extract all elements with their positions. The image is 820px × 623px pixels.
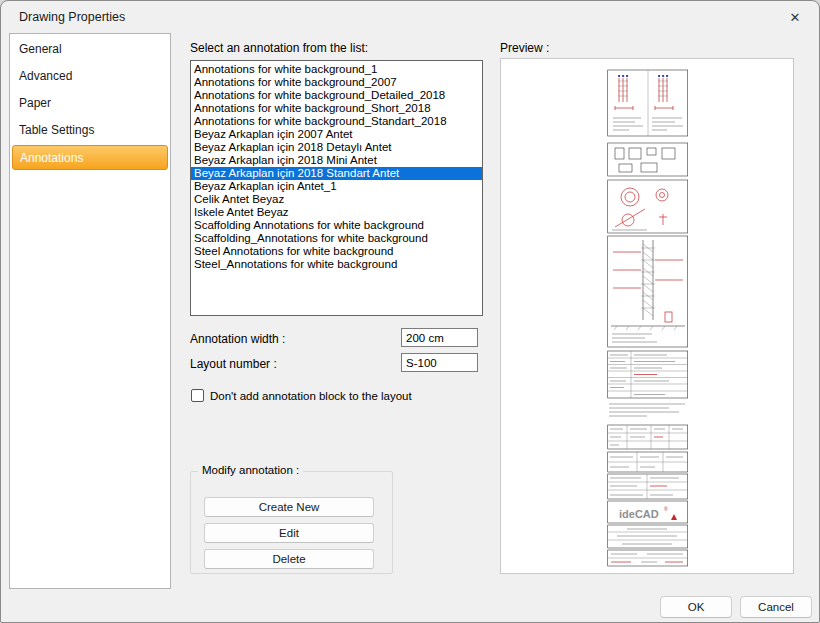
annotation-list-item[interactable]: Beyaz Arkaplan için 2018 Mini Antet bbox=[191, 154, 482, 167]
annotation-list-item[interactable]: Celik Antet Beyaz bbox=[191, 193, 482, 206]
annotation-width-input[interactable] bbox=[401, 328, 478, 347]
annotation-list-item[interactable]: Beyaz Arkaplan için Antet_1 bbox=[191, 180, 482, 193]
annotation-list-item[interactable]: Steel_Annotations for white background bbox=[191, 258, 482, 271]
annotation-list-label: Select an annotation from the list: bbox=[190, 41, 368, 55]
annotation-list-item[interactable]: Steel Annotations for white background bbox=[191, 245, 482, 258]
modify-annotation-group: Modify annotation : Create New Edit Dele… bbox=[190, 471, 393, 574]
edit-button[interactable]: Edit bbox=[204, 523, 374, 543]
modify-annotation-group-label: Modify annotation : bbox=[198, 464, 303, 476]
drawing-properties-dialog: Drawing Properties ✕ General Advanced Pa… bbox=[0, 0, 820, 623]
ok-button[interactable]: OK bbox=[660, 596, 732, 618]
annotation-list-item[interactable]: Annotations for white background_2007 bbox=[191, 76, 482, 89]
layout-number-label: Layout number : bbox=[190, 357, 277, 371]
annotation-preview-drawing: ideCAD ® bbox=[607, 68, 689, 568]
cancel-button[interactable]: Cancel bbox=[740, 596, 812, 618]
close-icon[interactable]: ✕ bbox=[783, 8, 807, 27]
sidebar: General Advanced Paper Table Settings An… bbox=[9, 33, 171, 589]
annotation-list-item[interactable]: Annotations for white background_1 bbox=[191, 63, 482, 76]
idecad-logo-text: ideCAD bbox=[619, 508, 659, 520]
delete-button[interactable]: Delete bbox=[204, 549, 374, 569]
dont-add-annotation-checkbox[interactable] bbox=[191, 389, 204, 402]
create-new-button[interactable]: Create New bbox=[204, 497, 374, 517]
sidebar-item-paper[interactable]: Paper bbox=[10, 90, 170, 117]
annotation-width-label: Annotation width : bbox=[190, 332, 285, 346]
annotation-list-item[interactable]: Annotations for white background_Short_2… bbox=[191, 102, 482, 115]
idecad-logo-mark-shape bbox=[671, 514, 677, 520]
annotation-list-item[interactable]: Beyaz Arkaplan için 2007 Antet bbox=[191, 128, 482, 141]
annotation-listbox[interactable]: Annotations for white background_1 Annot… bbox=[190, 60, 483, 316]
idecad-logo-registered-mark: ® bbox=[664, 506, 668, 512]
annotation-list-item-selected[interactable]: Beyaz Arkaplan için 2018 Standart Antet bbox=[191, 167, 482, 180]
annotation-list-item[interactable]: Beyaz Arkaplan için 2018 Detaylı Antet bbox=[191, 141, 482, 154]
annotation-list-item[interactable]: Scaffolding_Annotations for white backgr… bbox=[191, 232, 482, 245]
sidebar-item-advanced[interactable]: Advanced bbox=[10, 63, 170, 90]
layout-number-input[interactable] bbox=[401, 353, 478, 372]
dont-add-annotation-label: Don't add annotation block to the layout bbox=[210, 390, 412, 402]
annotation-list-item[interactable]: Iskele Antet Beyaz bbox=[191, 206, 482, 219]
sidebar-item-annotations[interactable]: Annotations bbox=[12, 145, 168, 170]
window-title: Drawing Properties bbox=[19, 1, 125, 33]
preview-label: Preview : bbox=[500, 41, 549, 55]
annotation-list-item[interactable]: Scaffolding Annotations for white backgr… bbox=[191, 219, 482, 232]
annotation-list-item[interactable]: Annotations for white background_Standar… bbox=[191, 115, 482, 128]
sidebar-item-table-settings[interactable]: Table Settings bbox=[10, 117, 170, 144]
preview-panel: ideCAD ® bbox=[500, 58, 794, 574]
title-bar: Drawing Properties ✕ bbox=[1, 1, 819, 33]
dont-add-annotation-row: Don't add annotation block to the layout bbox=[191, 389, 412, 402]
sidebar-item-general[interactable]: General bbox=[10, 36, 170, 63]
annotation-list-item[interactable]: Annotations for white background_Detaile… bbox=[191, 89, 482, 102]
